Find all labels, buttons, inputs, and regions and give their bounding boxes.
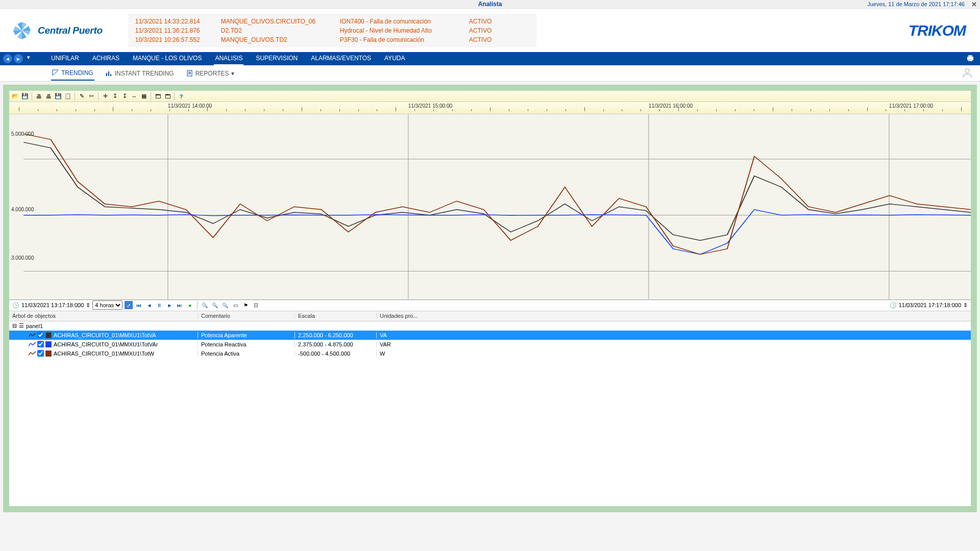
trending-icon: [52, 69, 59, 76]
range-select[interactable]: 4 horas: [92, 300, 122, 310]
nav-analisis[interactable]: ANALISIS: [214, 52, 243, 65]
print-preview-icon[interactable]: 🖶: [44, 92, 53, 101]
fit-icon[interactable]: ⤢: [125, 301, 133, 309]
tree-panel-root[interactable]: ⊟☰panel1: [9, 321, 971, 331]
crosshair-icon[interactable]: ✛: [101, 92, 109, 101]
svg-rect-5: [110, 74, 111, 76]
tab-instant-trending-label: INSTANT TRENDING: [115, 70, 174, 77]
series-comment: Potencia Reactiva: [198, 341, 295, 347]
spinner-end-icon[interactable]: ⇕: [963, 302, 968, 309]
svg-rect-2: [968, 59, 972, 61]
tree-row[interactable]: ACHIRAS_CIRCUITO_01\MMXU1\TotVAPotencia …: [9, 331, 971, 340]
svg-point-10: [965, 69, 969, 73]
user-icon[interactable]: [962, 67, 973, 81]
settings-icon[interactable]: 🗔: [163, 92, 172, 101]
ruler-label: 11/3/2021 15:00:00: [408, 103, 452, 109]
series-unit: W: [377, 350, 428, 357]
trend-icon: [29, 351, 36, 356]
nav-alarmas-eventos[interactable]: ALARMAS/EVENTOS: [310, 52, 372, 65]
chart-toolbar: 📂 💾 🖶 🖶 💾 📋 ✎ ✏ ✛ ↧ ↧ ↔ ▦ 🗔 🗔 ?: [9, 91, 971, 102]
col-comentario[interactable]: Comentario: [198, 313, 295, 319]
marker-a-icon[interactable]: ↧: [111, 92, 119, 101]
nav-supervision[interactable]: SUPERVISION: [255, 52, 299, 65]
nav-manque-los-olivos[interactable]: MANQUE - LOS OLIVOS: [132, 52, 203, 65]
ruler-label: 11/3/2021 14:00:00: [168, 103, 212, 109]
live-icon[interactable]: ●: [186, 301, 194, 309]
tab-reportes[interactable]: REPORTES ▾: [185, 67, 236, 80]
color-swatch[interactable]: [45, 350, 52, 357]
nav-history-buttons: ◄ ► ▾: [3, 54, 33, 63]
collapse-icon[interactable]: ⊟: [12, 322, 17, 329]
prev-icon[interactable]: ◄: [145, 301, 153, 309]
series-checkbox[interactable]: [37, 332, 44, 338]
copy-icon[interactable]: 📋: [64, 92, 72, 101]
ruler-icon[interactable]: ↔: [130, 92, 138, 101]
close-icon[interactable]: ✕: [971, 1, 977, 8]
next-icon[interactable]: ►: [165, 301, 174, 309]
series-unit: VA: [377, 332, 428, 338]
logo-pinwheel-icon: [11, 20, 33, 41]
pencil-icon[interactable]: ✎: [78, 92, 86, 101]
logo-text: Central Puerto: [38, 25, 103, 36]
series-comment: Potencia Activa: [198, 350, 295, 357]
properties-icon[interactable]: 🗔: [154, 92, 162, 101]
zoom-out-icon[interactable]: 🔍: [211, 301, 219, 309]
zoom-reset-icon[interactable]: 🔍: [221, 301, 229, 309]
first-icon[interactable]: ⏮: [135, 301, 143, 309]
series-comment: Potencia Aparente: [198, 332, 295, 338]
tree-row[interactable]: ACHIRAS_CIRCUITO_01\MMXU1\TotWPotencia A…: [9, 349, 971, 358]
page-title: Analista: [478, 1, 502, 8]
highlighter-icon[interactable]: ✏: [87, 92, 95, 101]
color-swatch[interactable]: [45, 341, 52, 347]
main-nav: ◄ ► ▾ UNIFILARACHIRASMANQUE - LOS OLIVOS…: [0, 52, 980, 65]
last-icon[interactable]: ⏭: [176, 301, 184, 309]
zoom-box-icon[interactable]: ▭: [231, 301, 239, 309]
legend-icon[interactable]: ☷: [252, 301, 260, 309]
export-icon[interactable]: 💾: [54, 92, 62, 101]
nav-ayuda[interactable]: AYUDA: [383, 52, 406, 65]
svg-rect-1: [968, 55, 972, 57]
line-chart: [9, 114, 971, 299]
alarm-row[interactable]: 11/3/2021 14:33:22.814MANQUE_OLIVOS.CIRC…: [135, 17, 529, 26]
flag-icon[interactable]: ⚑: [241, 301, 250, 309]
series-name: ACHIRAS_CIRCUITO_01\MMXU1\TotW: [54, 350, 154, 357]
nav-achiras[interactable]: ACHIRAS: [91, 52, 120, 65]
y-axis-label: 5.000.000: [11, 131, 34, 137]
color-swatch[interactable]: [45, 332, 52, 338]
series-checkbox[interactable]: [37, 350, 44, 357]
pause-icon[interactable]: ⏸: [155, 301, 163, 309]
grid-icon[interactable]: ▦: [140, 92, 148, 101]
save-icon[interactable]: 💾: [21, 92, 29, 101]
nav-back-button[interactable]: ◄: [3, 54, 12, 63]
tab-trending[interactable]: TRENDING: [51, 66, 94, 81]
series-checkbox[interactable]: [37, 341, 44, 347]
tab-instant-trending[interactable]: INSTANT TRENDING: [105, 67, 175, 80]
marker-b-icon[interactable]: ↧: [120, 92, 129, 101]
help-icon[interactable]: ?: [177, 92, 185, 101]
print-icon[interactable]: 🖶: [35, 92, 43, 101]
workspace: 📂 💾 🖶 🖶 💾 📋 ✎ ✏ ✛ ↧ ↧ ↔ ▦ 🗔 🗔 ? 11/3/202…: [3, 85, 977, 512]
header: Central Puerto 11/3/2021 14:33:22.814MAN…: [0, 9, 980, 52]
col-arbol[interactable]: Árbol de objectos: [9, 313, 198, 319]
col-unidades[interactable]: Unidades pro...: [377, 313, 428, 319]
nav-unifilar[interactable]: UNIFILAR: [50, 52, 80, 65]
panel-icon: ☰: [19, 322, 24, 329]
nav-dropdown-button[interactable]: ▾: [24, 54, 33, 63]
zoom-in-icon[interactable]: 🔍: [201, 301, 209, 309]
window-titlebar: Analista Jueves, 11 de Marzo de 2021 17:…: [0, 0, 980, 9]
col-escala[interactable]: Escala: [295, 313, 377, 319]
series-unit: VAR: [377, 341, 428, 347]
object-tree[interactable]: ⊟☰panel1ACHIRAS_CIRCUITO_01\MMXU1\TotVAP…: [9, 321, 971, 507]
alarm-row[interactable]: 11/3/2021 11:36:21.876D2.TD2Hydrocal - N…: [135, 26, 529, 35]
ruler-label: 11/3/2021 16:00:00: [649, 103, 693, 109]
chart-area[interactable]: 5.000.0004.000.0003.000.000: [9, 114, 971, 300]
logo-central-puerto: Central Puerto: [11, 20, 103, 41]
alarm-row[interactable]: 10/3/2021 10:26:57.552MANQUE_OLIVOS.TD2P…: [135, 35, 529, 44]
trending-panel: 📂 💾 🖶 🖶 💾 📋 ✎ ✏ ✛ ↧ ↧ ↔ ▦ 🗔 🗔 ? 11/3/202…: [9, 91, 971, 506]
folder-open-icon[interactable]: 📂: [11, 92, 19, 101]
nav-forward-button[interactable]: ►: [14, 54, 23, 63]
print-icon[interactable]: [966, 54, 975, 64]
clock-end-icon: 🕓: [890, 302, 897, 309]
tree-row[interactable]: ACHIRAS_CIRCUITO_01\MMXU1\TotVArPotencia…: [9, 340, 971, 349]
spinner-icon[interactable]: ⇕: [86, 302, 90, 309]
